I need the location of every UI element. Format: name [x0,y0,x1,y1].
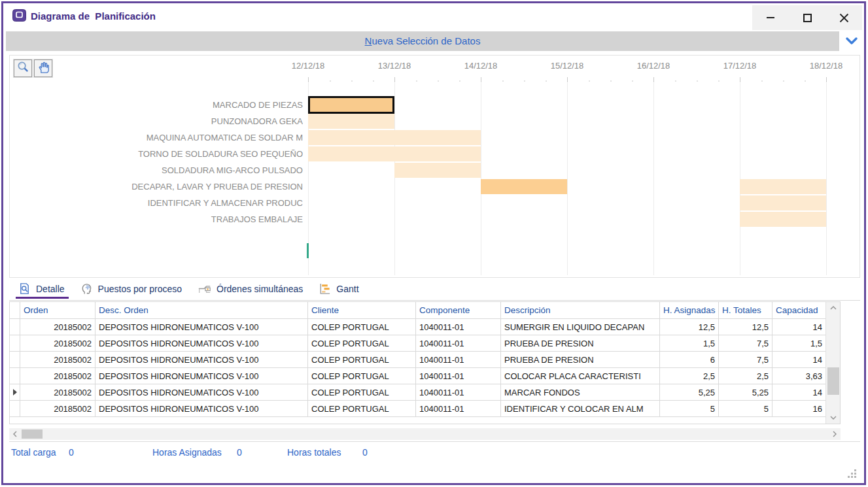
tick-minor [697,80,698,82]
table-cell: DEPOSITOS HIDRONEUMATICOS V-100 [95,384,308,400]
row-selector-cell [10,384,20,400]
tab-detalle[interactable]: Detalle [16,279,69,299]
gantt-bar[interactable] [308,96,394,114]
zoom-tool-button[interactable] [14,59,32,77]
gantt-bar[interactable] [308,114,394,129]
status-bar: Total carga0Horas Asignadas0Horas totale… [3,443,864,462]
tab-label: Órdenes simultáneas [217,284,303,294]
tick-major [308,77,309,82]
table-cell: 6 [660,352,719,367]
tick-major [653,77,654,82]
table-cell: DEPOSITOS HIDRONEUMATICOS V-100 [95,368,308,384]
status-label: Total carga [11,443,56,462]
tab-label: Detalle [36,284,65,294]
table-cell: DEPOSITOS HIDRONEUMATICOS V-100 [95,335,308,351]
resize-grip-icon[interactable] [846,469,856,478]
column-header[interactable]: Orden [20,302,95,318]
table-cell: 1040011-01 [416,384,501,400]
tabs-bar: DetallePuestos por procesoÓrdenes simult… [9,279,860,301]
close-icon [839,13,849,23]
window-controls [752,5,862,30]
table-row[interactable]: 20185002DEPOSITOS HIDRONEUMATICOS V-100C… [10,401,826,417]
tick-major [740,77,740,82]
window-title: Diagrama de Planificación [31,10,156,22]
table-cell: 14 [773,384,826,400]
tick-major [567,77,568,82]
table-row[interactable]: 20185002DEPOSITOS HIDRONEUMATICOS V-100C… [10,384,826,401]
magnifier-document-icon [18,282,31,295]
table-cell: 5,25 [719,384,773,400]
scroll-left-icon[interactable] [10,428,20,440]
vertical-scrollbar[interactable] [825,302,840,424]
column-header[interactable]: Cliente [308,302,416,318]
gantt-row-label: PUNZONADORA GEKA [15,113,303,129]
hand-icon [37,61,50,76]
column-header[interactable]: H. Totales [719,302,773,318]
table-cell: 1040011-01 [416,401,501,416]
maximize-button[interactable] [789,5,825,30]
date-label: 12/12/18 [281,61,336,71]
tab-ordenes-simultaneas[interactable]: Órdenes simultáneas [195,279,307,299]
table-cell: 20185002 [20,368,95,384]
table-cell: COLOCAR PLACA CARACTERISTI [501,368,660,384]
gantt-bar[interactable] [740,212,826,227]
minimize-icon [767,17,774,18]
current-row-icon [13,389,17,395]
status-value: 0 [69,443,74,462]
hscroll-thumb[interactable] [22,429,43,439]
table-cell: 14 [773,352,826,367]
table-cell: COLEP PORTUGAL [308,319,416,335]
column-header[interactable]: Desc. Orden [95,302,308,318]
close-button[interactable] [825,5,862,30]
tick-minor [459,80,460,82]
table-cell: 1040011-01 [416,319,501,335]
table-row[interactable]: 20185002DEPOSITOS HIDRONEUMATICOS V-100C… [10,319,826,335]
gantt-bar[interactable] [394,163,481,178]
table-cell: 5 [660,401,719,416]
table-cell: COLEP PORTUGAL [308,368,416,384]
new-data-selection-bar[interactable]: Nueva Selección de Datos [6,31,839,51]
tick-minor [351,80,353,82]
table-row[interactable]: 20185002DEPOSITOS HIDRONEUMATICOS V-100C… [10,352,826,368]
tab-puestos-por-proceso[interactable]: Puestos por proceso [78,279,186,299]
minimize-button[interactable] [752,5,789,30]
table-cell: DEPOSITOS HIDRONEUMATICOS V-100 [95,401,308,416]
column-header[interactable]: Componente [416,302,501,318]
tick-minor [632,80,633,82]
gantt-row-label: MARCADO DE PIEZAS [15,97,303,113]
gantt-bar[interactable] [308,130,481,145]
horizontal-scrollbar[interactable] [9,428,841,440]
column-header[interactable]: Descripción [501,302,660,318]
gantt-bar[interactable] [740,195,826,210]
table-cell: 7,5 [719,352,773,367]
gantt-panel: 12/12/1813/12/1814/12/1815/12/1816/12/18… [9,55,860,278]
tick-minor [330,80,331,82]
table-cell: 3,63 [773,368,826,384]
date-label: 15/12/18 [540,61,595,71]
gantt-bar[interactable] [740,179,826,194]
expand-selection-button[interactable] [842,31,861,51]
column-header[interactable]: H. Asignadas [660,302,719,318]
gantt-bar[interactable] [481,179,567,194]
table-row[interactable]: 20185002DEPOSITOS HIDRONEUMATICOS V-100C… [10,368,826,384]
scroll-up-icon[interactable] [826,303,841,312]
scroll-right-icon[interactable] [830,428,839,440]
tick-minor [761,80,763,82]
tick-major [394,77,395,82]
vscroll-thumb[interactable] [827,367,839,395]
table-row[interactable]: 20185002DEPOSITOS HIDRONEUMATICOS V-100C… [10,335,826,352]
tab-gantt[interactable]: Gantt [316,279,362,299]
scroll-down-icon[interactable] [826,413,841,422]
maximize-icon [803,14,812,22]
table-cell: DEPOSITOS HIDRONEUMATICOS V-100 [95,319,308,335]
machine-icon [198,282,211,295]
tick-major [826,77,827,82]
tick-minor [524,80,525,82]
column-header[interactable]: Capacidad [773,302,826,318]
pan-tool-button[interactable] [34,59,52,77]
detail-table: OrdenDesc. OrdenClienteComponenteDescrip… [9,301,841,424]
tick-minor [675,80,676,82]
table-cell: COLEP PORTUGAL [308,335,416,351]
gantt-bar[interactable] [308,146,481,161]
table-cell: COLEP PORTUGAL [308,352,416,367]
